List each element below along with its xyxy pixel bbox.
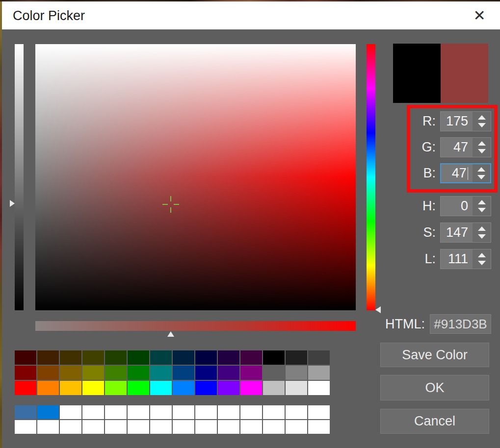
palette-swatch[interactable]	[128, 366, 149, 380]
palette-swatch[interactable]	[173, 366, 194, 380]
saturation-spin-up-icon[interactable]	[478, 226, 486, 231]
palette-swatch[interactable]	[15, 366, 36, 380]
hue-strip[interactable]	[367, 44, 375, 310]
saved-color-swatch[interactable]	[308, 420, 330, 434]
palette-swatch[interactable]	[240, 381, 262, 395]
hue-marker-icon[interactable]	[375, 306, 381, 313]
red-spin-up-icon[interactable]	[478, 115, 486, 120]
palette-swatch[interactable]	[82, 366, 104, 380]
palette-swatch[interactable]	[15, 350, 36, 365]
green-input[interactable]: 47	[440, 137, 491, 157]
palette-swatch[interactable]	[105, 381, 127, 395]
saturation-spin-down-icon[interactable]	[478, 234, 486, 239]
palette-swatch[interactable]	[128, 350, 149, 365]
palette-swatch[interactable]	[308, 381, 330, 395]
palette-swatch[interactable]	[128, 381, 149, 395]
red-input[interactable]: 175	[440, 111, 491, 131]
hue-spin-up-icon[interactable]	[478, 200, 486, 204]
palette-swatch[interactable]	[150, 366, 172, 380]
palette-swatch[interactable]	[286, 350, 307, 365]
palette-swatch[interactable]	[37, 381, 59, 395]
lightness-marker-icon[interactable]	[10, 200, 15, 207]
html-input[interactable]: #913D3B	[430, 314, 491, 334]
blue-input[interactable]: 47	[440, 163, 491, 183]
saved-color-swatch[interactable]	[60, 420, 81, 434]
blue-spin-up-icon[interactable]	[477, 167, 485, 172]
palette-swatch[interactable]	[263, 381, 285, 395]
green-spin-down-icon[interactable]	[478, 149, 486, 153]
palette-swatch[interactable]	[82, 350, 104, 365]
saved-color-swatch[interactable]	[240, 420, 262, 434]
lightness-strip[interactable]	[15, 44, 24, 310]
saved-color-swatch[interactable]	[15, 420, 36, 434]
palette-swatch[interactable]	[150, 381, 172, 395]
lightness-input[interactable]: 111	[440, 249, 491, 269]
saved-color-swatch[interactable]	[218, 420, 239, 434]
saturation-lightness-square[interactable]	[35, 44, 356, 310]
saved-color-swatch[interactable]	[173, 420, 194, 434]
saved-color-swatch[interactable]	[263, 420, 285, 434]
lightness-spin-up-icon[interactable]	[478, 253, 486, 257]
palette-swatch[interactable]	[173, 350, 194, 365]
palette-swatch[interactable]	[308, 350, 330, 365]
saturation-bar[interactable]	[35, 321, 356, 331]
saved-color-swatch[interactable]	[195, 405, 217, 419]
palette-swatch[interactable]	[105, 366, 127, 380]
palette-swatch[interactable]	[195, 366, 217, 380]
hue-input[interactable]: 0	[440, 196, 491, 216]
palette-swatch[interactable]	[286, 381, 307, 395]
saved-color-swatch[interactable]	[37, 405, 59, 419]
palette-swatch[interactable]	[263, 366, 285, 380]
palette-swatch[interactable]	[82, 381, 104, 395]
saved-color-swatch[interactable]	[15, 405, 36, 419]
saved-color-swatch[interactable]	[150, 405, 172, 419]
saved-color-swatch[interactable]	[173, 405, 194, 419]
palette-swatch[interactable]	[60, 381, 81, 395]
palette-swatch[interactable]	[60, 366, 81, 380]
saturation-marker-icon[interactable]	[167, 331, 174, 337]
palette-swatch[interactable]	[105, 350, 127, 365]
saved-color-swatch[interactable]	[263, 405, 285, 419]
palette-swatch[interactable]	[37, 366, 59, 380]
palette-swatch[interactable]	[37, 350, 59, 365]
hue-spin-down-icon[interactable]	[478, 208, 486, 212]
palette-swatch[interactable]	[218, 366, 239, 380]
palette-swatch[interactable]	[173, 381, 194, 395]
saved-color-swatch[interactable]	[37, 420, 59, 434]
palette-swatch[interactable]	[15, 381, 36, 395]
saved-color-swatch[interactable]	[105, 405, 127, 419]
saved-color-swatch[interactable]	[82, 420, 104, 434]
saved-color-swatch[interactable]	[286, 420, 307, 434]
saved-color-swatch[interactable]	[82, 405, 104, 419]
cancel-button[interactable]: Cancel	[380, 409, 489, 434]
saved-color-swatch[interactable]	[240, 405, 262, 419]
palette-swatch[interactable]	[150, 350, 172, 365]
saved-color-swatch[interactable]	[60, 405, 81, 419]
save-color-button[interactable]: Save Color	[380, 343, 489, 367]
saved-color-swatch[interactable]	[150, 420, 172, 434]
saved-color-swatch[interactable]	[128, 405, 149, 419]
saved-color-swatch[interactable]	[308, 405, 330, 419]
ok-button[interactable]: OK	[380, 375, 489, 400]
lightness-spin-down-icon[interactable]	[478, 261, 486, 265]
palette-swatch[interactable]	[218, 350, 239, 365]
palette-swatch[interactable]	[60, 350, 81, 365]
palette-swatch[interactable]	[240, 350, 262, 365]
palette-swatch[interactable]	[286, 366, 307, 380]
saturation-input[interactable]: 147	[440, 223, 491, 243]
palette-swatch[interactable]	[263, 350, 285, 365]
saved-color-swatch[interactable]	[195, 420, 217, 434]
red-spin-down-icon[interactable]	[478, 123, 486, 127]
palette-swatch[interactable]	[240, 366, 262, 380]
close-button[interactable]: ✕	[467, 1, 492, 29]
palette-swatch[interactable]	[195, 381, 217, 395]
saved-color-swatch[interactable]	[286, 405, 307, 419]
blue-spin-down-icon[interactable]	[477, 175, 485, 179]
saved-color-swatch[interactable]	[218, 405, 239, 419]
saved-color-swatch[interactable]	[128, 420, 149, 434]
palette-swatch[interactable]	[218, 381, 239, 395]
saved-color-swatch[interactable]	[105, 420, 127, 434]
palette-swatch[interactable]	[195, 350, 217, 365]
palette-swatch[interactable]	[308, 366, 330, 380]
green-spin-up-icon[interactable]	[478, 141, 486, 146]
